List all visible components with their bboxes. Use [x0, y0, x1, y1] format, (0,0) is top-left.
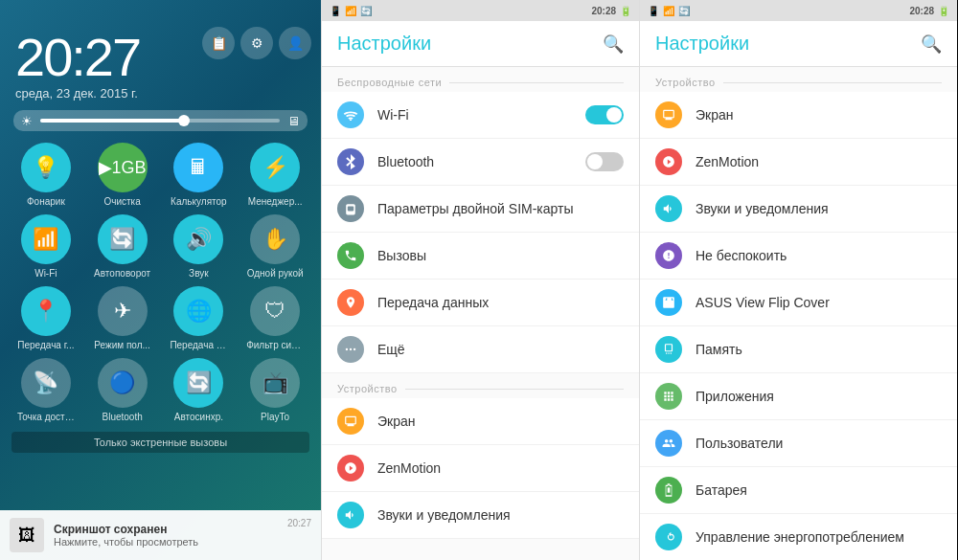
settings-item-screen-2[interactable]: Экран [640, 92, 957, 139]
tile-onehand[interactable]: ✋ Одной рукой [240, 214, 309, 279]
settings-item-more[interactable]: Ещё [322, 326, 639, 373]
settings2-title: Настройки [655, 33, 749, 55]
tile-hotspot-label: Точка досту... [17, 412, 75, 422]
autorotate-icon: 🔄 [98, 214, 148, 264]
settings-item-dnd[interactable]: Не беспокоить [640, 233, 957, 280]
tile-autosync[interactable]: 🔄 Автосинхр. [165, 358, 234, 422]
power-icon [655, 524, 682, 550]
tile-airplane[interactable]: ✈ Режим пол... [88, 286, 157, 350]
settings1-header: Настройки 🔍 [322, 21, 639, 67]
bluetooth-icon [337, 148, 364, 175]
svg-point-4 [350, 348, 352, 350]
profile-icon[interactable]: 👤 [279, 27, 311, 59]
settings-item-wifi-label: Wi-Fi [377, 107, 572, 123]
brightness-fill [40, 119, 184, 123]
settings-item-sim[interactable]: Параметры двойной SIM-карты [322, 186, 639, 233]
ssb2-battery-icon: 🔋 [938, 6, 949, 16]
settings-item-data[interactable]: Передача данных [322, 280, 639, 326]
settings-item-sound-2[interactable]: Звуки и уведомления [640, 186, 957, 233]
settings-item-memory[interactable]: Память [640, 326, 957, 373]
svg-point-0 [350, 119, 352, 121]
section-device-label-2: Устройство [640, 67, 957, 92]
sim-icon [337, 195, 364, 222]
settings-item-more-label: Ещё [377, 342, 624, 357]
battery-settings-icon [655, 477, 682, 504]
playto-icon: 📺 [250, 358, 300, 408]
settings-item-sound-label-2: Звуки и уведомления [696, 201, 942, 216]
settings-item-memory-label: Память [696, 342, 942, 357]
settings-item-flip[interactable]: ASUS View Flip Cover [640, 280, 957, 326]
settings1-search-button[interactable]: 🔍 [603, 34, 624, 55]
screenshot-notification[interactable]: 🖼 Скриншот сохранен Нажмите, чтобы просм… [0, 510, 321, 560]
home-status-bar [0, 0, 321, 23]
settings-icon[interactable]: ⚙ [240, 27, 273, 59]
tile-wifi[interactable]: 📶 Wi-Fi [11, 214, 80, 279]
tile-location[interactable]: 📍 Передача г... [11, 286, 80, 350]
svg-rect-2 [348, 207, 354, 212]
settings1-status-bar: 📱 📶 🔄 20:28 🔋 [322, 0, 639, 21]
airplane-icon: ✈ [98, 286, 148, 336]
settings-item-bluetooth[interactable]: Bluetooth [322, 139, 639, 186]
settings-panel-2: 📱 📶 🔄 20:28 🔋 Настройки 🔍 Устройство Экр [639, 0, 957, 560]
cleanup-icon: ▶1GB [98, 143, 148, 192]
settings-item-power[interactable]: Управление энергопотреблением [640, 514, 957, 560]
more-icon [337, 336, 364, 363]
brightness-bar[interactable]: ☀ 🖥 [13, 110, 308, 131]
tile-cleanup[interactable]: ▶1GB Очистка [88, 143, 157, 207]
settings-item-power-label: Управление энергопотреблением [696, 529, 942, 545]
calculator-icon: 🖩 [173, 143, 223, 192]
settings-item-dnd-label: Не беспокоить [696, 248, 942, 263]
settings2-search-button[interactable]: 🔍 [921, 34, 942, 55]
settings-item-sound-label-1: Звуки и уведомления [377, 507, 624, 523]
tile-bluetooth[interactable]: 🔵 Bluetooth [88, 358, 157, 422]
brightness-low-icon: ☀ [21, 114, 33, 128]
tile-playto[interactable]: 📺 PlayTo [240, 358, 309, 422]
tile-bluefilter[interactable]: 🛡 Фильтр син... [240, 286, 309, 350]
tile-bluetooth-label: Bluetooth [102, 412, 142, 422]
settings-item-apps-label: Приложения [696, 389, 942, 404]
manager-icon: ⚡ [250, 143, 300, 192]
settings1-title: Настройки [337, 33, 431, 55]
settings-item-zenmotion-1[interactable]: ZenMotion [322, 445, 639, 492]
wifi-toggle-knob [606, 107, 622, 123]
settings-item-calls-label: Вызовы [377, 248, 624, 263]
settings-item-calls[interactable]: Вызовы [322, 233, 639, 280]
settings-item-wifi[interactable]: Wi-Fi [322, 92, 639, 139]
settings-item-sound-1[interactable]: Звуки и уведомления [322, 492, 639, 539]
tile-hotspot[interactable]: 📡 Точка досту... [11, 358, 80, 422]
location-icon: 📍 [21, 286, 71, 336]
notif-time: 20:27 [287, 518, 311, 528]
settings2-content: Устройство Экран ZenMotion [640, 67, 957, 560]
ssb1-right: 20:28 🔋 [591, 6, 631, 16]
ssb1-screen-icon: 📱 [330, 6, 341, 16]
settings-item-flip-label: ASUS View Flip Cover [696, 295, 942, 310]
tile-autorotate[interactable]: 🔄 Автоповорот [88, 214, 157, 279]
task-manager-icon[interactable]: 📋 [202, 27, 235, 59]
hotspot-icon: 📡 [21, 358, 71, 408]
settings-item-screen-1[interactable]: Экран [322, 398, 639, 445]
brightness-thumb [178, 115, 190, 126]
tile-calculator[interactable]: 🖩 Калькулятор [165, 143, 234, 207]
zenmotion-icon-1 [337, 455, 364, 482]
tile-transfer[interactable]: 🌐 Передача д... [165, 286, 234, 350]
settings-item-users[interactable]: Пользователи [640, 420, 957, 467]
emergency-calls-text: Только экстренные вызовы [94, 437, 227, 448]
tile-flashlight[interactable]: 💡 Фонарик [11, 143, 80, 207]
settings-item-zenmotion-2[interactable]: ZenMotion [640, 139, 957, 186]
settings-item-battery[interactable]: Батарея [640, 467, 957, 514]
settings-item-data-label: Передача данных [377, 295, 624, 310]
tile-sound[interactable]: 🔊 Звук [165, 214, 234, 279]
svg-rect-6 [668, 487, 671, 492]
settings-panel-1: 📱 📶 🔄 20:28 🔋 Настройки 🔍 Беспроводные с… [321, 0, 639, 560]
bluetooth-toggle[interactable] [585, 152, 624, 171]
bluetooth-toggle-knob [587, 154, 603, 169]
ssb2-screen-icon: 📱 [648, 6, 659, 16]
tile-manager[interactable]: ⚡ Менеджер... [240, 143, 309, 207]
settings-item-apps[interactable]: Приложения [640, 373, 957, 420]
wifi-quick-icon: 📶 [21, 214, 71, 264]
wifi-toggle[interactable] [585, 105, 624, 124]
top-action-icons: 📋 ⚙ 👤 [202, 27, 311, 59]
tile-sound-label: Звук [189, 268, 209, 279]
settings-item-bluetooth-label: Bluetooth [377, 154, 572, 169]
dnd-icon [655, 242, 682, 269]
